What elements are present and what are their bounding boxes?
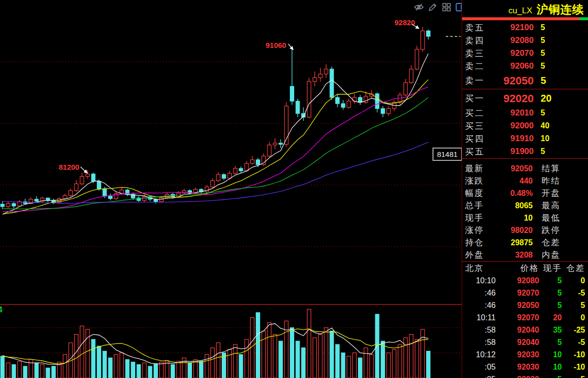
bid-row-3[interactable]: 买三9200040 bbox=[462, 119, 588, 132]
ask-label: 卖二 bbox=[465, 61, 490, 72]
ask-qty: 5 bbox=[541, 36, 585, 45]
bid-label: 买三 bbox=[465, 120, 490, 132]
tick-price: 92070 bbox=[496, 313, 539, 322]
ask-qty: 5 bbox=[541, 62, 585, 71]
bid-row-5[interactable]: 买五919005 bbox=[462, 145, 588, 158]
chart-annotation: 81200 bbox=[59, 163, 79, 171]
stat-row: 最新92050结算 bbox=[462, 162, 588, 175]
bid-label: 买四 bbox=[465, 133, 490, 145]
tick-price: 92030 bbox=[496, 363, 539, 372]
tick-header-col: 北京 bbox=[465, 263, 496, 274]
tick-header-col: 现手 bbox=[539, 263, 562, 274]
eye-off-icon[interactable] bbox=[414, 2, 424, 12]
stat-label: 涨跌 bbox=[465, 175, 502, 187]
tick-time: :46 bbox=[465, 301, 496, 310]
tick-row: 10:129203010-10 bbox=[462, 348, 588, 361]
tick-volume: 10 bbox=[539, 363, 562, 372]
stat-label: 最新 bbox=[465, 163, 502, 174]
chart-toolbar bbox=[414, 2, 466, 12]
tick-oi-delta: 5 bbox=[562, 301, 585, 310]
stat-label: 幅度 bbox=[465, 188, 502, 199]
tick-price: 92040 bbox=[496, 326, 539, 335]
trading-app-window: 81200910609282081481 bbox=[0, 0, 588, 378]
tick-volume: 5 bbox=[539, 338, 562, 347]
market-stats: 最新92050结算涨跌440昨结幅度0.48%开盘总手8065最高现手10最低涨… bbox=[462, 160, 588, 262]
tick-price: 92070 bbox=[496, 289, 539, 298]
bid-price: 91900 bbox=[490, 147, 541, 156]
bid-row-1[interactable]: 买一9202020 bbox=[462, 90, 588, 107]
stat-value: 98020 bbox=[502, 226, 538, 235]
tick-row: :58920405-5 bbox=[462, 336, 588, 348]
tick-time: :05 bbox=[465, 363, 496, 372]
stat-value: 10 bbox=[502, 214, 538, 223]
bid-label: 买一 bbox=[465, 93, 490, 104]
tick-row: :059203010-10 bbox=[462, 361, 588, 373]
grid-icon[interactable] bbox=[441, 2, 452, 12]
stat-right-label: 跌停 bbox=[538, 225, 585, 236]
ask-label: 卖一 bbox=[465, 75, 490, 86]
bid-price: 92000 bbox=[490, 121, 541, 131]
bid-levels: 买一9202020买二920105买三9200040买四9191010买五919… bbox=[462, 89, 588, 159]
bid-price: 92020 bbox=[490, 92, 541, 105]
ask-row-2[interactable]: 卖二920605 bbox=[462, 60, 588, 73]
ask-qty: 5 bbox=[541, 49, 585, 58]
bid-row-2[interactable]: 买二920105 bbox=[462, 107, 588, 119]
stat-row: 外盘3208内盘 bbox=[462, 249, 588, 261]
stat-row: 涨跌440昨结 bbox=[462, 175, 588, 187]
tick-oi-delta: 0 bbox=[562, 276, 585, 285]
chart-annotation: 92820 bbox=[394, 18, 415, 27]
tick-price: 92030 bbox=[496, 375, 539, 378]
stat-right-label: 内盘 bbox=[538, 249, 585, 261]
ask-price: 92050 bbox=[490, 75, 541, 87]
stat-row: 持仓29875仓差 bbox=[462, 236, 588, 249]
stat-right-label: 最高 bbox=[538, 200, 585, 211]
bid-qty: 40 bbox=[541, 121, 585, 130]
tick-volume: 5 bbox=[539, 276, 562, 285]
tick-volume: 5 bbox=[539, 375, 562, 378]
tick-price: 92040 bbox=[496, 338, 539, 347]
ask-row-1[interactable]: 卖一920505 bbox=[462, 73, 588, 89]
tick-price: 92080 bbox=[496, 276, 539, 285]
chart-annotation: 91060 bbox=[266, 41, 286, 49]
ask-row-3[interactable]: 卖三920705 bbox=[462, 47, 588, 60]
stat-value: 92050 bbox=[502, 164, 538, 173]
bid-qty: 5 bbox=[541, 109, 585, 117]
tick-row: 10:1192070200 bbox=[462, 311, 588, 324]
stat-row: 现手10最低 bbox=[462, 212, 588, 224]
tick-header-col: 仓差 bbox=[562, 263, 585, 274]
kline-chart[interactable]: 81200910609282081481 bbox=[0, 0, 462, 378]
bid-qty: 5 bbox=[541, 147, 585, 156]
tick-volume: 5 bbox=[539, 289, 562, 298]
tick-volume: 5 bbox=[539, 301, 562, 310]
stat-row: 涨停98020跌停 bbox=[462, 224, 588, 236]
tick-volume: 10 bbox=[539, 350, 562, 359]
stat-value: 3208 bbox=[502, 251, 538, 260]
pencil-icon[interactable] bbox=[428, 2, 438, 12]
bid-row-4[interactable]: 买四9191010 bbox=[462, 132, 588, 145]
ask-price: 92100 bbox=[490, 23, 541, 33]
bid-price: 91910 bbox=[490, 134, 541, 144]
tick-list[interactable]: 北京价格现手仓差 10:109208050:46920705-5:4692050… bbox=[462, 262, 588, 378]
tick-row: :05920305-5 bbox=[462, 373, 588, 378]
tick-time: :05 bbox=[465, 375, 496, 378]
tick-oi-delta: -10 bbox=[562, 350, 585, 359]
instrument-name: 沪铜连续 bbox=[537, 2, 584, 17]
stat-label: 外盘 bbox=[465, 249, 502, 261]
price-tag: 81481 bbox=[437, 150, 458, 158]
tick-oi-delta: -5 bbox=[562, 375, 585, 378]
stat-row: 幅度0.48%开盘 bbox=[462, 187, 588, 199]
ask-row-5[interactable]: 卖五921005 bbox=[462, 21, 588, 34]
tick-header-col: 价格 bbox=[496, 263, 539, 274]
stat-label: 涨停 bbox=[465, 225, 502, 236]
tick-oi-delta: -10 bbox=[562, 363, 585, 372]
ask-label: 卖五 bbox=[465, 22, 490, 34]
ask-levels: 卖五921005卖四920805卖三920705卖二920605卖一920505 bbox=[462, 20, 588, 89]
instrument-title: cu_LX 沪铜连续 bbox=[462, 0, 588, 17]
instrument-code: cu_LX bbox=[509, 6, 532, 16]
tick-oi-delta: -25 bbox=[562, 326, 585, 335]
ask-row-4[interactable]: 卖四920805 bbox=[462, 34, 588, 47]
bid-price: 92010 bbox=[490, 108, 541, 118]
tick-row: :46920705-5 bbox=[462, 287, 588, 299]
ask-qty: 5 bbox=[541, 23, 585, 32]
tick-time: 10:12 bbox=[465, 350, 496, 359]
